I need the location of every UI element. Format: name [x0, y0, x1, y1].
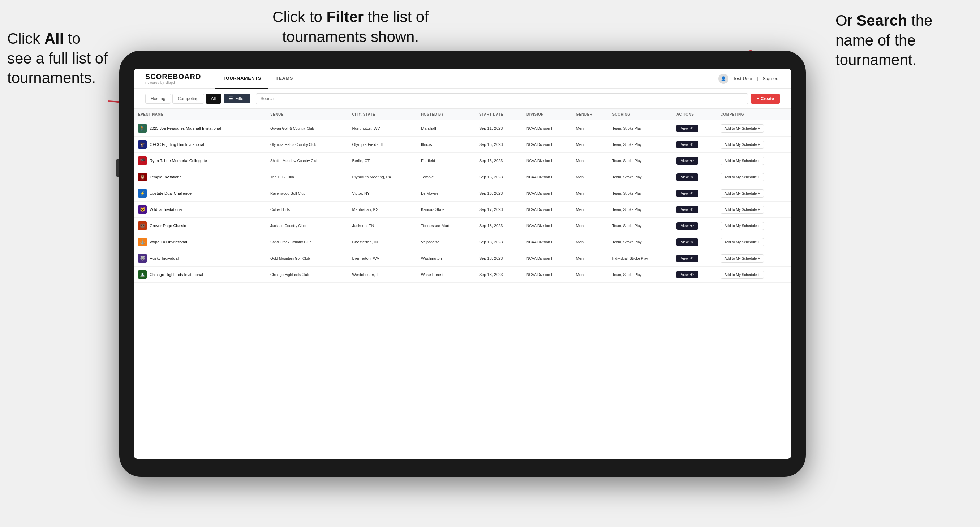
add-schedule-button-2[interactable]: Add to My Schedule +	[721, 157, 764, 165]
toolbar: Hosting Competing All ☰ Filter + Create	[134, 89, 791, 109]
create-button[interactable]: + Create	[751, 94, 780, 104]
cell-scoring-4: Team, Stroke Play	[608, 185, 672, 202]
cell-competing-2: Add to My Schedule +	[716, 153, 791, 169]
cell-division-1: NCAA Division I	[522, 137, 572, 153]
sign-out-link[interactable]: Sign out	[762, 76, 780, 81]
cell-hosted-by-2: Fairfield	[417, 153, 475, 169]
cell-start-date-9: Sep 18, 2023	[475, 267, 522, 283]
search-input[interactable]	[256, 93, 748, 104]
eye-icon: 👁	[690, 143, 694, 147]
cell-event-name-0: 🏌️ 2023 Joe Feaganes Marshall Invitation…	[134, 120, 266, 137]
cell-venue-3: The 1912 Club	[266, 169, 348, 185]
add-schedule-button-4[interactable]: Add to My Schedule +	[721, 189, 764, 198]
cell-event-name-5: 🐱 Wildcat Invitational	[134, 202, 266, 218]
cell-competing-9: Add to My Schedule +	[716, 267, 791, 283]
filter-label: Filter	[235, 96, 245, 101]
cell-start-date-8: Sep 18, 2023	[475, 250, 522, 267]
view-button-2[interactable]: View 👁	[676, 157, 698, 165]
col-event-name: EVENT NAME	[134, 109, 266, 120]
cell-scoring-9: Team, Stroke Play	[608, 267, 672, 283]
eye-icon: 👁	[690, 208, 694, 212]
view-button-0[interactable]: View 👁	[676, 125, 698, 132]
cell-event-name-3: 🦉 Temple Invitational	[134, 169, 266, 185]
cell-competing-1: Add to My Schedule +	[716, 137, 791, 153]
cell-scoring-0: Team, Stroke Play	[608, 120, 672, 137]
cell-event-name-4: ⚡ Upstate Dual Challenge	[134, 185, 266, 202]
col-city-state: CITY, STATE	[348, 109, 417, 120]
add-schedule-button-3[interactable]: Add to My Schedule +	[721, 173, 764, 181]
cell-actions-1: View 👁	[672, 137, 716, 153]
view-button-8[interactable]: View 👁	[676, 255, 698, 262]
annotation-left: Click All to see a full list of tourname…	[7, 29, 108, 88]
cell-start-date-0: Sep 11, 2023	[475, 120, 522, 137]
cell-venue-9: Chicago Highlands Club	[266, 267, 348, 283]
nav-tab-tournaments[interactable]: TOURNAMENTS	[215, 68, 268, 89]
tablet-frame: SCOREBOARD Powered by clippd TOURNAMENTS…	[119, 51, 806, 477]
add-schedule-button-6[interactable]: Add to My Schedule +	[721, 222, 764, 230]
view-button-3[interactable]: View 👁	[676, 173, 698, 181]
eye-icon: 👁	[690, 191, 694, 195]
view-button-9[interactable]: View 👁	[676, 271, 698, 278]
view-button-5[interactable]: View 👁	[676, 206, 698, 213]
col-start-date: START DATE	[475, 109, 522, 120]
hosting-tab[interactable]: Hosting	[145, 94, 171, 104]
cell-city-3: Plymouth Meeting, PA	[348, 169, 417, 185]
add-schedule-button-1[interactable]: Add to My Schedule +	[721, 141, 764, 149]
event-logo-5: 🐱	[138, 205, 147, 214]
cell-city-1: Olympia Fields, IL	[348, 137, 417, 153]
app-logo: SCOREBOARD	[145, 73, 201, 81]
search-box	[256, 93, 748, 104]
cell-start-date-5: Sep 17, 2023	[475, 202, 522, 218]
all-tab[interactable]: All	[205, 94, 221, 104]
cell-event-name-1: 🦅 OFCC Fighting Illini Invitational	[134, 137, 266, 153]
cell-city-6: Jackson, TN	[348, 218, 417, 234]
view-button-1[interactable]: View 👁	[676, 141, 698, 148]
view-button-4[interactable]: View 👁	[676, 190, 698, 197]
filter-button[interactable]: ☰ Filter	[224, 94, 250, 103]
cell-hosted-by-1: Illinois	[417, 137, 475, 153]
cell-competing-0: Add to My Schedule +	[716, 120, 791, 137]
tablet-screen: SCOREBOARD Powered by clippd TOURNAMENTS…	[134, 68, 791, 459]
col-competing: COMPETING	[716, 109, 791, 120]
cell-competing-4: Add to My Schedule +	[716, 185, 791, 202]
logo-area: SCOREBOARD Powered by clippd	[145, 73, 201, 84]
add-schedule-button-7[interactable]: Add to My Schedule +	[721, 238, 764, 246]
cell-start-date-4: Sep 16, 2023	[475, 185, 522, 202]
cell-gender-5: Men	[572, 202, 608, 218]
add-schedule-button-5[interactable]: Add to My Schedule +	[721, 206, 764, 214]
cell-actions-8: View 👁	[672, 250, 716, 267]
event-name-text-8: Husky Individual	[150, 256, 178, 260]
cell-gender-3: Men	[572, 169, 608, 185]
add-schedule-button-0[interactable]: Add to My Schedule +	[721, 124, 764, 133]
cell-actions-5: View 👁	[672, 202, 716, 218]
cell-actions-2: View 👁	[672, 153, 716, 169]
cell-venue-0: Guyan Golf & Country Club	[266, 120, 348, 137]
col-venue: VENUE	[266, 109, 348, 120]
cell-start-date-7: Sep 18, 2023	[475, 234, 522, 250]
add-schedule-button-9[interactable]: Add to My Schedule +	[721, 271, 764, 279]
cell-gender-8: Men	[572, 250, 608, 267]
nav-tab-teams[interactable]: TEAMS	[269, 68, 300, 89]
event-name-text-4: Upstate Dual Challenge	[150, 191, 191, 195]
event-logo-6: 🐻	[138, 221, 147, 230]
cell-hosted-by-5: Kansas State	[417, 202, 475, 218]
event-logo-7: ⚓	[138, 238, 147, 246]
cell-actions-6: View 👁	[672, 218, 716, 234]
cell-competing-8: Add to My Schedule +	[716, 250, 791, 267]
view-button-7[interactable]: View 👁	[676, 238, 698, 246]
cell-event-name-2: 🏴 Ryan T. Lee Memorial Collegiate	[134, 153, 266, 169]
table-row: 🐻 Grover Page Classic Jackson Country Cl…	[134, 218, 791, 234]
table-row: 🏌️ 2023 Joe Feaganes Marshall Invitation…	[134, 120, 791, 137]
app-logo-sub: Powered by clippd	[145, 81, 201, 84]
event-logo-8: 🐺	[138, 254, 147, 263]
col-gender: GENDER	[572, 109, 608, 120]
competing-tab[interactable]: Competing	[172, 94, 204, 104]
cell-venue-7: Sand Creek Country Club	[266, 234, 348, 250]
event-name-text-9: Chicago Highlands Invitational	[150, 272, 203, 277]
view-button-6[interactable]: View 👁	[676, 222, 698, 230]
add-schedule-button-8[interactable]: Add to My Schedule +	[721, 254, 764, 263]
cell-hosted-by-8: Washington	[417, 250, 475, 267]
table-header-row: EVENT NAME VENUE CITY, STATE HOSTED BY S…	[134, 109, 791, 120]
cell-event-name-9: 🏔️ Chicago Highlands Invitational	[134, 267, 266, 283]
cell-division-0: NCAA Division I	[522, 120, 572, 137]
